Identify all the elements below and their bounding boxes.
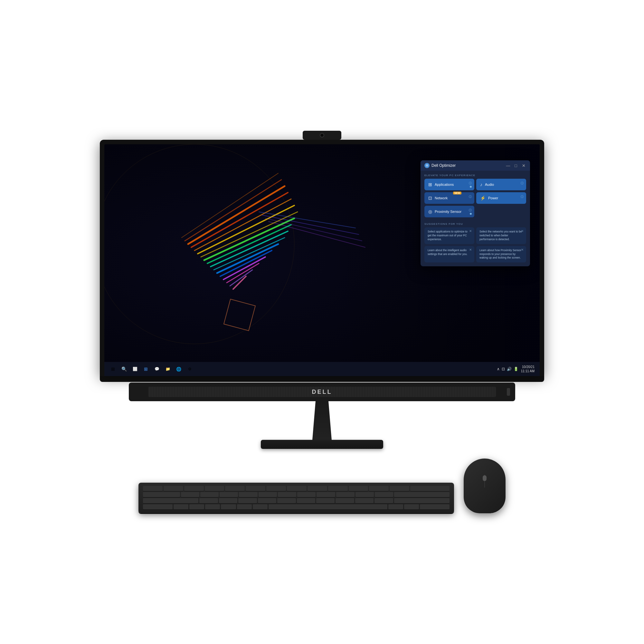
settings-button[interactable]: ⚙	[186, 365, 193, 373]
key[interactable]	[328, 486, 348, 491]
key[interactable]	[205, 504, 220, 509]
key[interactable]	[355, 492, 374, 497]
space-key[interactable]	[269, 504, 387, 509]
suggestion-3-text: Learn about the intelligent audio settin…	[428, 249, 471, 256]
key[interactable]	[266, 486, 286, 491]
key[interactable]	[278, 492, 296, 497]
taskbar-datetime[interactable]: 10/20/21 11:11 AM	[521, 365, 535, 373]
key[interactable]	[221, 504, 236, 509]
key[interactable]	[394, 492, 450, 497]
key[interactable]	[205, 486, 224, 491]
stand-neck	[306, 401, 338, 440]
key[interactable]	[239, 492, 257, 497]
key[interactable]	[317, 492, 335, 497]
proximity-tile[interactable]: ◎ Proximity Sensor ⓘ	[424, 206, 474, 217]
key[interactable]	[258, 498, 276, 503]
key[interactable]	[181, 492, 199, 497]
elevate-label: ELEVATE YOUR PC EXPERIENCE	[421, 171, 530, 179]
suggestion-2-close[interactable]: ✕	[521, 229, 524, 233]
taskbar-left: ⊞ 🔍 ⬜ ⊞ 💬 📁 🌐 ⚙	[109, 365, 193, 373]
key[interactable]	[184, 486, 204, 491]
key[interactable]	[259, 492, 277, 497]
suggestions-grid: ✕ Select applications to optimize to get…	[421, 227, 530, 266]
chat-button[interactable]: 💬	[153, 365, 160, 373]
key[interactable]	[246, 486, 265, 491]
tiles-grid: ⊞ Applications ⓘ ♪ Audio ⓘ	[421, 179, 530, 221]
minimize-button[interactable]: —	[506, 163, 511, 168]
network-label: Network	[435, 196, 448, 200]
key[interactable]	[143, 492, 180, 497]
key[interactable]	[316, 498, 335, 503]
widgets-button[interactable]: ⊞	[142, 365, 149, 373]
explorer-button[interactable]: 📁	[164, 365, 171, 373]
key[interactable]	[410, 486, 450, 491]
system-tray: ∧ ⊡ 🔊 🔋	[497, 367, 518, 371]
power-icon: ⚡	[480, 195, 486, 201]
maximize-button[interactable]: □	[513, 163, 518, 168]
key[interactable]	[200, 492, 219, 497]
panel-controls: — □ ✕	[506, 163, 526, 168]
key[interactable]	[297, 498, 315, 503]
edge-button[interactable]: 🌐	[175, 365, 182, 373]
suggestion-4-text: Learn about how Proximity Sensor respond…	[479, 249, 523, 260]
monitor-outer: ⚙ Dell Optimizer — □ ✕ ELEVATE YOUR PC E…	[97, 131, 547, 449]
key[interactable]	[297, 492, 316, 497]
proximity-icon: ◎	[428, 209, 432, 214]
close-button[interactable]: ✕	[521, 163, 526, 168]
suggestions-label: SUGGESTIONS FOR YOU	[421, 221, 530, 227]
applications-tile[interactable]: ⊞ Applications ⓘ	[424, 179, 474, 190]
key[interactable]	[199, 498, 218, 503]
key[interactable]	[143, 486, 163, 491]
key[interactable]	[394, 498, 450, 503]
key[interactable]	[143, 498, 198, 503]
webcam-lens	[320, 133, 324, 137]
suggestion-4-close[interactable]: ✕	[521, 248, 524, 251]
key[interactable]	[369, 486, 389, 491]
key[interactable]	[287, 486, 307, 491]
key[interactable]	[238, 498, 257, 503]
task-view-button[interactable]: ⬜	[131, 365, 138, 373]
mouse[interactable]	[464, 459, 506, 513]
start-button[interactable]: ⊞	[109, 365, 117, 373]
key[interactable]	[308, 486, 327, 491]
tray-chevron[interactable]: ∧	[497, 367, 500, 371]
audio-icon: ♪	[480, 182, 482, 187]
key[interactable]	[164, 486, 183, 491]
key[interactable]	[219, 498, 237, 503]
speaker-button[interactable]	[507, 388, 510, 396]
speaker-bar: DELL	[129, 383, 515, 401]
suggestion-3-close[interactable]: ✕	[469, 248, 472, 251]
power-tile[interactable]: ⚡ Power ⓘ	[476, 192, 526, 204]
key[interactable]	[336, 492, 355, 497]
key[interactable]	[375, 492, 393, 497]
wifi-icon: ⊡	[502, 367, 505, 371]
applications-label: Applications	[435, 183, 454, 186]
mouse-scroll-wheel[interactable]	[483, 475, 487, 481]
applications-icon: ⊞	[428, 182, 432, 187]
stand-base	[261, 440, 383, 449]
key[interactable]	[349, 486, 368, 491]
key[interactable]	[143, 504, 173, 509]
key[interactable]	[277, 498, 296, 503]
key[interactable]	[404, 504, 419, 509]
network-tile[interactable]: ⊡ Network ⓘ NEW	[424, 192, 474, 204]
key[interactable]	[237, 504, 252, 509]
key[interactable]	[189, 504, 204, 509]
key[interactable]	[420, 504, 450, 509]
suggestion-1-text: Select applications to optimize to get t…	[428, 230, 471, 241]
key[interactable]	[225, 486, 245, 491]
search-button[interactable]: 🔍	[120, 365, 128, 373]
applications-info-icon: ⓘ	[469, 181, 472, 185]
volume-icon[interactable]: 🔊	[507, 367, 512, 371]
key[interactable]	[355, 498, 374, 503]
keyboard	[138, 483, 454, 513]
key[interactable]	[253, 504, 268, 509]
key[interactable]	[336, 498, 354, 503]
key[interactable]	[390, 486, 409, 491]
key[interactable]	[374, 498, 393, 503]
key[interactable]	[220, 492, 238, 497]
key[interactable]	[174, 504, 188, 509]
suggestion-1-close[interactable]: ✕	[469, 229, 472, 233]
audio-tile[interactable]: ♪ Audio ⓘ	[476, 179, 526, 190]
key[interactable]	[388, 504, 403, 509]
